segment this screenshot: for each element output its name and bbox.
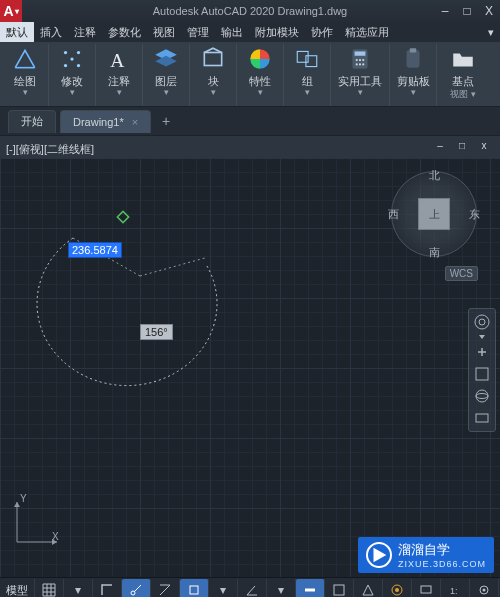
tab-drawing1[interactable]: Drawing1* × bbox=[60, 110, 151, 133]
close-icon[interactable]: × bbox=[132, 116, 138, 128]
wcs-badge[interactable]: WCS bbox=[445, 266, 478, 281]
vp-close-button[interactable]: x bbox=[474, 138, 494, 152]
ribbon: 绘图 ▾ 修改 ▾ A 注释 ▾ 图层 ▾ 块 ▾ 特性 ▾ bbox=[0, 42, 500, 107]
watermark: 溜溜自学 ZIXUE.3D66.COM bbox=[358, 537, 494, 573]
maximize-button[interactable]: □ bbox=[456, 2, 478, 20]
angle-dropdown[interactable]: ▾ bbox=[267, 579, 296, 597]
minimize-button[interactable]: – bbox=[434, 2, 456, 20]
pan-icon[interactable] bbox=[473, 343, 491, 361]
menu-featured[interactable]: 精选应用 bbox=[339, 22, 395, 42]
svg-point-18 bbox=[356, 63, 358, 65]
menu-bar: 默认 插入 注释 参数化 视图 管理 输出 附加模块 协作 精选应用 ▾ bbox=[0, 22, 500, 42]
sb-units-icon[interactable]: 1: bbox=[441, 579, 470, 597]
chevron-down-icon: ▾ bbox=[211, 89, 216, 95]
vp-minimize-button[interactable]: – bbox=[430, 138, 450, 152]
ucs-icon[interactable]: X Y bbox=[12, 497, 62, 547]
angle-input[interactable]: 156° bbox=[140, 324, 173, 340]
calculator-icon bbox=[347, 46, 373, 72]
viewport-window-controls: – □ x bbox=[430, 138, 494, 152]
lwt-toggle[interactable] bbox=[296, 579, 325, 597]
chevron-down-icon: ▾ bbox=[358, 89, 363, 95]
distance-input[interactable]: 236.5874 bbox=[68, 242, 122, 258]
panel-group[interactable]: 组 ▾ bbox=[284, 44, 331, 106]
viewport: [-][俯视][二维线框] – □ x 236.5874 156° X Y 上 … bbox=[0, 136, 500, 577]
polar-toggle[interactable] bbox=[122, 579, 151, 597]
properties-icon bbox=[247, 46, 273, 72]
ortho-toggle[interactable] bbox=[93, 579, 122, 597]
svg-point-35 bbox=[476, 394, 488, 399]
document-tabs: 开始 Drawing1* × + bbox=[0, 107, 500, 136]
panel-properties[interactable]: 特性 ▾ bbox=[237, 44, 284, 106]
chevron-down-icon: ▾ bbox=[23, 89, 28, 95]
drawing-canvas[interactable]: 236.5874 156° X Y 上 北 南 东 西 WCS bbox=[0, 158, 500, 577]
tab-start[interactable]: 开始 bbox=[8, 110, 56, 133]
ucs-x-label: X bbox=[52, 531, 59, 542]
panel-block[interactable]: 块 ▾ bbox=[190, 44, 237, 106]
svg-rect-9 bbox=[204, 53, 221, 66]
svg-point-34 bbox=[476, 390, 488, 402]
sb-gear-icon[interactable] bbox=[470, 579, 499, 597]
svg-rect-44 bbox=[334, 585, 344, 595]
orbit-icon[interactable] bbox=[473, 387, 491, 405]
modify-icon bbox=[59, 46, 85, 72]
model-space-button[interactable]: 模型 bbox=[0, 579, 35, 597]
osnap-dropdown[interactable]: ▾ bbox=[209, 579, 238, 597]
menu-view[interactable]: 视图 bbox=[147, 22, 181, 42]
svg-line-24 bbox=[140, 258, 205, 276]
viewcube[interactable]: 上 北 南 东 西 bbox=[390, 170, 478, 258]
menu-addins[interactable]: 附加模块 bbox=[249, 22, 305, 42]
menu-default[interactable]: 默认 bbox=[0, 22, 34, 42]
svg-text:1:: 1: bbox=[450, 586, 458, 596]
steering-wheel-icon[interactable] bbox=[473, 313, 491, 339]
showmotion-icon[interactable] bbox=[473, 409, 491, 427]
viewport-label[interactable]: [-][俯视][二维线框] bbox=[6, 142, 94, 157]
draw-icon bbox=[12, 46, 38, 72]
chevron-down-icon: ▾ bbox=[164, 89, 169, 95]
panel-clipboard[interactable]: 剪贴板 ▾ bbox=[390, 44, 437, 106]
app-icon[interactable]: A ▾ bbox=[0, 0, 22, 22]
sb-monitor-icon[interactable] bbox=[412, 579, 441, 597]
panel-annotate[interactable]: A 注释 ▾ bbox=[96, 44, 143, 106]
osnap-toggle[interactable] bbox=[180, 579, 209, 597]
svg-rect-12 bbox=[306, 56, 317, 67]
panel-basepoint[interactable]: 基点 视图 ▾ bbox=[437, 44, 489, 106]
ucs-y-label: Y bbox=[20, 493, 27, 504]
svg-rect-42 bbox=[190, 586, 198, 594]
menu-insert[interactable]: 插入 bbox=[34, 22, 68, 42]
menu-annotate[interactable]: 注释 bbox=[68, 22, 102, 42]
chevron-down-icon: ▾ bbox=[117, 89, 122, 95]
grid-dropdown[interactable]: ▾ bbox=[64, 579, 93, 597]
panel-draw[interactable]: 绘图 ▾ bbox=[2, 44, 49, 106]
sb-anno-icon[interactable] bbox=[354, 579, 383, 597]
menu-manage[interactable]: 管理 bbox=[181, 22, 215, 42]
svg-point-15 bbox=[356, 59, 358, 61]
panel-modify[interactable]: 修改 ▾ bbox=[49, 44, 96, 106]
menu-collab[interactable]: 协作 bbox=[305, 22, 339, 42]
new-tab-button[interactable]: + bbox=[155, 110, 177, 132]
svg-point-50 bbox=[483, 589, 486, 592]
vp-maximize-button[interactable]: □ bbox=[452, 138, 472, 152]
panel-layers[interactable]: 图层 ▾ bbox=[143, 44, 190, 106]
grid-toggle[interactable] bbox=[35, 579, 64, 597]
svg-point-19 bbox=[359, 63, 361, 65]
viewcube-west[interactable]: 西 bbox=[388, 207, 399, 222]
text-icon: A bbox=[106, 46, 132, 72]
close-button[interactable]: X bbox=[478, 2, 500, 20]
viewcube-south[interactable]: 南 bbox=[429, 245, 440, 260]
panel-utilities[interactable]: 实用工具 ▾ bbox=[331, 44, 390, 106]
svg-line-40 bbox=[160, 585, 170, 595]
viewcube-east[interactable]: 东 bbox=[469, 207, 480, 222]
status-bar: 模型 ▾ ▾ ▾ 1: bbox=[0, 577, 500, 597]
zoom-extents-icon[interactable] bbox=[473, 365, 491, 383]
menu-parametric[interactable]: 参数化 bbox=[102, 22, 147, 42]
angle-toggle[interactable] bbox=[238, 579, 267, 597]
title-bar: A ▾ Autodesk AutoCAD 2020 Drawing1.dwg –… bbox=[0, 0, 500, 22]
group-icon bbox=[294, 46, 320, 72]
viewcube-north[interactable]: 北 bbox=[429, 168, 440, 183]
sb-workspace-icon[interactable] bbox=[383, 579, 412, 597]
menu-overflow[interactable]: ▾ bbox=[482, 22, 500, 42]
svg-point-3 bbox=[64, 64, 67, 67]
sb-scale-icon[interactable] bbox=[325, 579, 354, 597]
menu-output[interactable]: 输出 bbox=[215, 22, 249, 42]
isodraft-toggle[interactable] bbox=[151, 579, 180, 597]
